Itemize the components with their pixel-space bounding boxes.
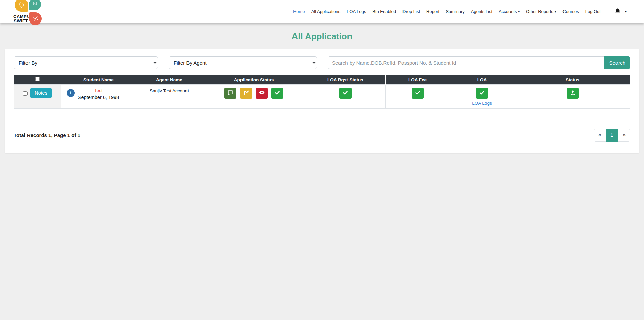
pagination-prev-icon[interactable]: « [594, 129, 606, 142]
chevron-down-icon: ▾ [625, 10, 627, 13]
application-approved-button[interactable] [271, 88, 283, 99]
loa-fee-cell [386, 84, 449, 108]
empty-cell [14, 108, 630, 113]
brand-logo: CAMPUS SWIFT [13, 0, 42, 25]
check-icon [342, 90, 348, 97]
nav-accounts-label: Accounts [499, 9, 517, 14]
check-icon [274, 90, 280, 97]
pagination-page-1[interactable]: 1 [606, 129, 618, 142]
nav-all-applications[interactable]: All Applications [311, 9, 340, 14]
chevron-down-icon: ▾ [555, 10, 556, 13]
check-icon [479, 90, 485, 97]
expand-row-plus-icon[interactable]: + [67, 89, 75, 97]
brand-name: CAMPUS SWIFT [13, 12, 28, 24]
pagination-next-icon[interactable]: » [618, 129, 630, 142]
navbar: CAMPUS SWIFT Home All Applications LOA L… [0, 0, 644, 23]
chevron-down-icon: ▾ [518, 10, 520, 13]
nav-btn-enabled[interactable]: Btn Enabled [372, 9, 396, 14]
header-loa-fee: LOA Fee [386, 75, 449, 84]
header-agent-name: Agent Name [136, 75, 203, 84]
notes-button[interactable]: Notes [30, 88, 52, 98]
student-cell: + Test September 6, 1998 [61, 84, 136, 108]
search-input[interactable] [328, 56, 604, 69]
table-footer: Total Records 1, Page 1 of 1 « 1 » [14, 129, 630, 142]
upload-icon [570, 90, 576, 97]
edit-icon [243, 90, 249, 97]
table-header-row: Student Name Agent Name Application Stat… [14, 75, 630, 84]
header-select-all [14, 75, 61, 84]
logo-tree-icon [29, 0, 41, 10]
header-student-name: Student Name [61, 75, 136, 84]
logo-cloud-icon [15, 0, 28, 12]
upload-status-button[interactable] [567, 88, 579, 99]
table-row: Notes + Test September 6, 1998 Sanjiv Te… [14, 84, 630, 108]
status-cell [515, 84, 630, 108]
comment-icon [227, 90, 233, 97]
filter-row: Filter By Filter By Agent Search [14, 56, 630, 69]
nav-report[interactable]: Report [426, 9, 439, 14]
loa-rqst-status-cell [305, 84, 386, 108]
loa-logs-link[interactable]: LOA Logs [451, 101, 513, 106]
agent-name: Sanjiv Test Account [136, 84, 203, 108]
applications-table: Student Name Agent Name Application Stat… [14, 75, 630, 113]
nav-drop-list[interactable]: Drop List [402, 9, 420, 14]
edit-button[interactable] [240, 88, 252, 99]
pagination: « 1 » [594, 129, 630, 142]
header-loa: LOA [449, 75, 515, 84]
loa-fee-button[interactable] [412, 88, 424, 99]
row-checkbox[interactable] [23, 91, 28, 96]
empty-table-row [14, 108, 630, 113]
nav-loa-logs[interactable]: LOA Logs [347, 9, 366, 14]
logo-network-icon [29, 12, 42, 25]
nav-home[interactable]: Home [293, 9, 305, 14]
main-nav: Home All Applications LOA Logs Btn Enabl… [293, 8, 627, 15]
page-title: All Application [0, 31, 644, 42]
filter-by-agent-select[interactable]: Filter By Agent [169, 56, 317, 69]
search-group: Search [328, 56, 630, 69]
nav-other-reports[interactable]: Other Reports▾ [526, 9, 556, 14]
select-all-checkbox[interactable] [35, 77, 40, 81]
eye-icon [259, 89, 265, 97]
header-status: Status [515, 75, 630, 84]
nav-accounts[interactable]: Accounts▾ [499, 9, 520, 14]
header-loa-rqst-status: LOA Rqst Status [305, 75, 386, 84]
nav-courses[interactable]: Courses [562, 9, 579, 14]
notifications-dropdown[interactable]: ▾ [614, 8, 627, 15]
application-status-cell [203, 84, 305, 108]
check-icon [415, 90, 421, 97]
brand-line2: SWIFT [14, 18, 28, 24]
footer-divider [0, 255, 644, 255]
filter-by-select[interactable]: Filter By [14, 56, 158, 69]
total-records: Total Records 1, Page 1 of 1 [14, 132, 80, 138]
search-button[interactable]: Search [604, 56, 630, 69]
nav-other-reports-label: Other Reports [526, 9, 553, 14]
loa-cell: LOA Logs [449, 84, 515, 108]
applications-card: Filter By Filter By Agent Search Student… [5, 49, 639, 153]
bell-icon [614, 8, 621, 15]
header-application-status: Application Status [203, 75, 305, 84]
nav-agents-list[interactable]: Agents List [471, 9, 492, 14]
loa-rqst-status-button[interactable] [339, 88, 352, 99]
nav-summary[interactable]: Summary [446, 9, 465, 14]
loa-button[interactable] [476, 88, 488, 99]
comment-button[interactable] [224, 88, 236, 99]
view-button[interactable] [256, 88, 268, 99]
row-select-cell: Notes [14, 84, 61, 108]
nav-log-out[interactable]: Log Out [585, 9, 601, 14]
